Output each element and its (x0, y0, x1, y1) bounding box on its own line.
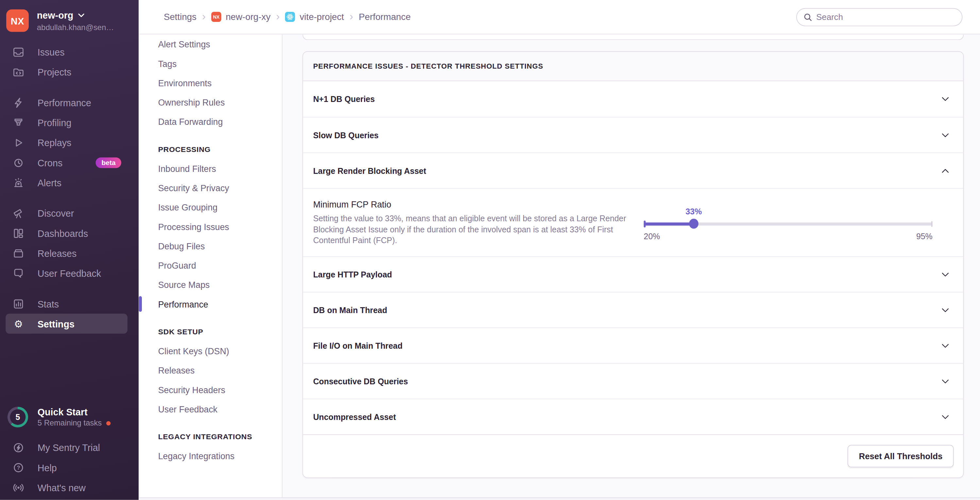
large-render-blocking-asset-settings: Minimum FCP Ratio Setting the value to 3… (303, 188, 963, 256)
settings-nav: Alert Settings Tags Environments Ownersh… (138, 34, 282, 500)
sidebar-item-performance[interactable]: Performance (0, 92, 138, 113)
quick-start-progress-ring: 5 (8, 407, 28, 427)
settings-nav-item-performance[interactable]: Performance (158, 294, 282, 314)
settings-nav-item-data-forwarding[interactable]: Data Forwarding (158, 112, 282, 131)
org-switcher[interactable]: NX new-org abdullah.khan@sen… (0, 0, 138, 32)
org-avatar: NX (6, 10, 29, 32)
field-description: Setting the value to 33%, means that an … (313, 213, 630, 246)
sidebar-item-issues[interactable]: Issues (0, 42, 138, 62)
settings-nav-item-ownership-rules[interactable]: Ownership Rules (158, 92, 282, 112)
sidebar-footer: My Sentry Trial ? Help What's new (0, 437, 138, 500)
settings-nav-item-client-keys[interactable]: Client Keys (DSN) (158, 341, 282, 360)
settings-nav-item-issue-grouping[interactable]: Issue Grouping (158, 197, 282, 217)
accordion-row-uncompressed-asset[interactable]: Uncompressed Asset (303, 399, 963, 434)
dashboard-icon (13, 227, 24, 239)
sidebar-item-replays[interactable]: Replays (0, 132, 138, 152)
telescope-icon (13, 207, 24, 219)
user-email: abdullah.khan@sen… (37, 23, 114, 32)
slider-max-label: 95% (916, 232, 932, 241)
accordion-row-n1-db-queries[interactable]: N+1 DB Queries (303, 81, 963, 117)
sidebar-item-whats-new[interactable]: What's new (0, 478, 138, 497)
chevron-down-icon (941, 130, 950, 140)
breadcrumb-project[interactable]: vite-project (285, 12, 344, 22)
accordion-row-large-render-blocking-asset[interactable]: Large Render Blocking Asset (303, 152, 963, 188)
sidebar-item-label: Dashboards (38, 228, 88, 238)
projects-icon (13, 66, 24, 78)
search-input[interactable] (796, 8, 963, 26)
breadcrumb-separator: › (202, 11, 205, 22)
settings-content: PERFORMANCE ISSUES - DETECTOR THRESHOLD … (282, 34, 980, 500)
sidebar-item-label: Releases (38, 248, 77, 259)
chevron-down-icon (941, 341, 950, 350)
chevron-down-icon (941, 305, 950, 315)
sidebar-item-label: Projects (38, 67, 72, 78)
sidebar-item-user-feedback[interactable]: User Feedback (0, 263, 138, 283)
sidebar-item-label: Profiling (38, 117, 72, 128)
trial-lightning-circle-icon (13, 441, 24, 453)
broadcast-icon (13, 481, 24, 493)
app-sidebar: NX new-org abdullah.khan@sen… Issues (0, 0, 138, 500)
accordion-row-large-http-payload[interactable]: Large HTTP Payload (303, 256, 963, 292)
sidebar-item-projects[interactable]: Projects (0, 62, 138, 82)
sidebar-item-discover[interactable]: Discover (0, 203, 138, 223)
main-region: Settings › NX new-org-xy › vite-project … (138, 0, 980, 500)
sidebar-item-releases[interactable]: Releases (0, 243, 138, 263)
topbar: Settings › NX new-org-xy › vite-project … (138, 0, 980, 34)
sidebar-item-help[interactable]: ? Help (0, 457, 138, 478)
fcp-ratio-slider: 33% 20% 95% (644, 189, 932, 256)
accordion-row-slow-db-queries[interactable]: Slow DB Queries (303, 117, 963, 152)
settings-nav-item-alert-settings[interactable]: Alert Settings (158, 34, 282, 54)
slider-track[interactable] (644, 222, 932, 225)
settings-nav-item-inbound-filters[interactable]: Inbound Filters (158, 159, 282, 178)
chevron-up-icon (941, 166, 950, 176)
settings-nav-item-source-maps[interactable]: Source Maps (158, 275, 282, 294)
accordion-row-file-io-on-main-thread[interactable]: File I/O on Main Thread (303, 327, 963, 363)
settings-nav-section-sdk-setup: SDK SETUP (158, 322, 282, 341)
issues-icon (13, 46, 24, 58)
svg-text:?: ? (17, 464, 20, 470)
breadcrumb-organization[interactable]: NX new-org-xy (211, 12, 270, 22)
react-platform-icon (285, 12, 296, 22)
breadcrumb-separator: › (276, 11, 280, 22)
quick-start-title: Quick Start (38, 407, 110, 417)
settings-nav-item-security-privacy[interactable]: Security & Privacy (158, 178, 282, 197)
sidebar-item-profiling[interactable]: Profiling (0, 113, 138, 132)
sidebar-item-stats[interactable]: Stats (0, 294, 138, 314)
slider-right-cap (931, 221, 932, 227)
sidebar-item-label: Replays (38, 137, 72, 148)
breadcrumb-settings[interactable]: Settings (164, 12, 196, 22)
settings-nav-item-debug-files[interactable]: Debug Files (158, 236, 282, 256)
breadcrumb: Settings › NX new-org-xy › vite-project … (164, 11, 410, 22)
breadcrumb-performance[interactable]: Performance (359, 12, 411, 22)
quick-start[interactable]: 5 Quick Start 5 Remaining tasks (0, 407, 138, 427)
settings-nav-item-environments[interactable]: Environments (158, 73, 282, 92)
settings-nav-item-processing-issues[interactable]: Processing Issues (158, 217, 282, 236)
sidebar-item-alerts[interactable]: Alerts (0, 173, 138, 192)
settings-nav-item-proguard[interactable]: ProGuard (158, 256, 282, 275)
feedback-bubble-icon (13, 267, 24, 279)
chevron-down-icon (941, 412, 950, 422)
chevron-down-icon (941, 376, 950, 386)
settings-nav-section-legacy-integrations: LEGACY INTEGRATIONS (158, 427, 282, 446)
previous-panel-bottom (302, 34, 964, 40)
settings-nav-item-security-headers[interactable]: Security Headers (158, 380, 282, 399)
slider-thumb[interactable] (689, 219, 698, 229)
sidebar-item-my-sentry-trial[interactable]: My Sentry Trial (0, 437, 138, 457)
reset-all-thresholds-button[interactable]: Reset All Thresholds (848, 445, 954, 467)
settings-nav-item-tags[interactable]: Tags (158, 54, 282, 73)
accordion-row-consecutive-db-queries[interactable]: Consecutive DB Queries (303, 363, 963, 399)
beta-badge: beta (96, 157, 121, 168)
sidebar-item-settings[interactable]: ⚙ Settings (6, 314, 127, 334)
settings-nav-item-releases[interactable]: Releases (158, 360, 282, 380)
accordion-row-db-on-main-thread[interactable]: DB on Main Thread (303, 292, 963, 327)
chevron-down-icon (941, 270, 950, 279)
sidebar-item-label: Settings (38, 318, 75, 329)
sidebar-item-dashboards[interactable]: Dashboards (0, 223, 138, 243)
sidebar-item-label: My Sentry Trial (38, 442, 100, 453)
sidebar-item-crons[interactable]: Crons beta (0, 152, 138, 173)
settings-nav-item-legacy-integrations[interactable]: Legacy Integrations (158, 446, 282, 465)
play-icon (13, 137, 24, 148)
primary-nav: Issues Projects Performance Profiling (0, 42, 138, 344)
next-panel-top-edge (138, 497, 980, 500)
settings-nav-item-user-feedback[interactable]: User Feedback (158, 399, 282, 419)
